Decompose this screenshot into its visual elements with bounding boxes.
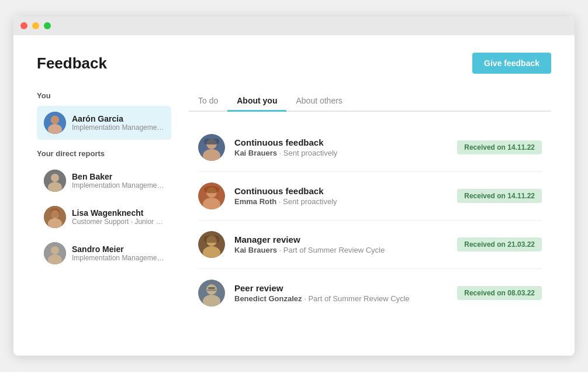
avatar-sandro: [44, 242, 66, 264]
avatar-lisa: [44, 206, 66, 228]
svg-point-3: [51, 116, 59, 124]
feedback-type-1: Continuous feedback: [234, 137, 457, 147]
minimize-button[interactable]: [32, 22, 39, 29]
tab-about-others[interactable]: About others: [286, 91, 351, 112]
feedback-meta-3: Kai Brauers · Part of Summer Review Cycl…: [234, 246, 457, 254]
feedback-avatar-kai-1: [198, 134, 225, 161]
svg-rect-17: [204, 139, 219, 144]
svg-point-5: [51, 174, 59, 182]
feedback-from-1: Kai Brauers: [234, 149, 277, 157]
feedback-from-2: Emma Roth: [234, 197, 276, 206]
tab-about-you[interactable]: About you: [227, 91, 286, 112]
feedback-info-3: Manager review Kai Brauers · Part of Sum…: [234, 235, 457, 254]
feedback-sent-1: Sent proactively: [283, 149, 338, 157]
feedback-sent-2: Sent proactively: [283, 197, 337, 206]
feedback-badge-2: Received on 14.11.22: [457, 189, 542, 203]
tabs-bar: To do About you About others: [189, 91, 551, 112]
direct-reports-label: Your direct reports: [37, 149, 171, 158]
titlebar: [13, 16, 575, 35]
feedback-avatar-kai-2: [198, 231, 225, 258]
feedback-info-1: Continuous feedback Kai Brauers · Sent p…: [234, 137, 457, 157]
person-info-sandro: Sandro Meier Implementation Management ·…: [72, 244, 164, 262]
person-role-aaron: Implementation Management · He...: [72, 123, 164, 132]
feedback-meta-1: Kai Brauers · Sent proactively: [234, 149, 457, 157]
feedback-badge-4: Received on 08.03.22: [457, 286, 542, 300]
maximize-button[interactable]: [44, 22, 51, 29]
feedback-avatar-benedict: [198, 280, 225, 306]
person-role-sandro: Implementation Management · Im...: [72, 254, 164, 262]
page-header: Feedback Give feedback: [37, 53, 551, 74]
person-name-aaron: Aarón Garcia: [72, 114, 164, 123]
close-button[interactable]: [20, 22, 27, 29]
feedback-badge-1: Received on 14.11.22: [457, 140, 542, 154]
person-role-ben: Implementation Management · Ma...: [72, 181, 164, 190]
person-role-lisa: Customer Support · Junior Impl...: [72, 218, 164, 226]
sidebar: You Aarón Garcia Implementation Manageme…: [37, 91, 171, 317]
feedback-sent-3: Part of Summer Review Cycle: [283, 246, 385, 254]
sidebar-item-ben[interactable]: Ben Baker Implementation Management · Ma…: [37, 164, 171, 198]
main-layout: You Aarón Garcia Implementation Manageme…: [37, 91, 551, 317]
feedback-type-2: Continuous feedback: [234, 186, 457, 196]
feedback-item-1[interactable]: Continuous feedback Kai Brauers · Sent p…: [189, 123, 551, 171]
person-info-lisa: Lisa Wagenknecht Customer Support · Juni…: [72, 208, 164, 226]
feedback-item-3[interactable]: Manager review Kai Brauers · Part of Sum…: [189, 221, 551, 268]
feedback-badge-3: Received on 21.03.22: [457, 237, 542, 252]
feedback-avatar-emma: [198, 182, 225, 209]
give-feedback-button[interactable]: Give feedback: [472, 53, 551, 74]
person-info-aaron: Aarón Garcia Implementation Management ·…: [72, 114, 164, 132]
feedback-item-4[interactable]: Peer review Benedict Gonzalez · Part of …: [189, 269, 551, 317]
main-area: To do About you About others: [189, 91, 551, 317]
avatar-aaron: [44, 112, 66, 134]
feedback-list: Continuous feedback Kai Brauers · Sent p…: [189, 123, 551, 317]
avatar-ben: [44, 170, 66, 192]
sidebar-item-lisa[interactable]: Lisa Wagenknecht Customer Support · Juni…: [37, 200, 171, 234]
feedback-meta-2: Emma Roth · Sent proactively: [234, 197, 457, 206]
page-title: Feedback: [37, 54, 107, 73]
app-window: Feedback Give feedback You: [13, 16, 575, 356]
page-content: Feedback Give feedback You: [13, 35, 575, 335]
svg-rect-29: [207, 290, 216, 291]
feedback-info-2: Continuous feedback Emma Roth · Sent pro…: [234, 186, 457, 206]
sidebar-item-you[interactable]: Aarón Garcia Implementation Management ·…: [37, 106, 171, 140]
person-name-lisa: Lisa Wagenknecht: [72, 208, 164, 218]
feedback-info-4: Peer review Benedict Gonzalez · Part of …: [234, 283, 457, 303]
person-name-sandro: Sandro Meier: [72, 244, 164, 254]
feedback-meta-text-1: ·: [279, 149, 283, 157]
feedback-from-3: Kai Brauers: [234, 246, 277, 254]
feedback-meta-4: Benedict Gonzalez · Part of Summer Revie…: [234, 294, 457, 303]
svg-rect-28: [208, 287, 215, 289]
person-info-ben: Ben Baker Implementation Management · Ma…: [72, 172, 164, 190]
svg-point-10: [50, 208, 60, 218]
svg-point-12: [51, 246, 59, 254]
feedback-type-4: Peer review: [234, 283, 457, 293]
feedback-type-3: Manager review: [234, 235, 457, 244]
person-name-ben: Ben Baker: [72, 172, 164, 181]
you-section-label: You: [37, 91, 171, 100]
feedback-from-4: Benedict Gonzalez: [234, 294, 302, 303]
feedback-item-2[interactable]: Continuous feedback Emma Roth · Sent pro…: [189, 172, 551, 220]
sidebar-item-sandro[interactable]: Sandro Meier Implementation Management ·…: [37, 236, 171, 270]
tab-todo[interactable]: To do: [189, 91, 227, 112]
feedback-sent-4: Part of Summer Review Cycle: [308, 294, 409, 303]
svg-rect-24: [204, 236, 219, 243]
